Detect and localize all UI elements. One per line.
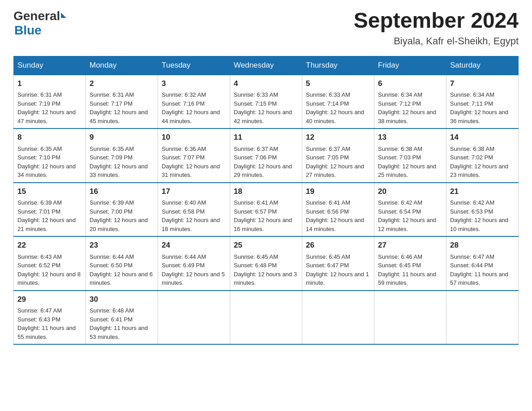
day-number: 26 — [306, 240, 370, 251]
calendar-week-3: 15Sunrise: 6:39 AMSunset: 7:01 PMDayligh… — [14, 183, 519, 237]
day-number: 9 — [90, 132, 154, 143]
day-number: 29 — [17, 294, 82, 305]
calendar-header-row: SundayMondayTuesdayWednesdayThursdayFrid… — [14, 56, 519, 75]
calendar-cell: 26Sunrise: 6:45 AMSunset: 6:47 PMDayligh… — [302, 236, 374, 291]
day-number: 15 — [17, 186, 82, 197]
calendar-cell: 30Sunrise: 6:48 AMSunset: 6:41 PMDayligh… — [86, 291, 158, 345]
calendar-cell: 9Sunrise: 6:35 AMSunset: 7:09 PMDaylight… — [86, 128, 158, 183]
calendar-cell — [446, 291, 519, 345]
calendar-cell — [158, 291, 230, 345]
day-number: 17 — [162, 186, 226, 197]
calendar-cell: 5Sunrise: 6:33 AMSunset: 7:14 PMDaylight… — [302, 75, 374, 129]
day-info: Sunrise: 6:32 AMSunset: 7:16 PMDaylight:… — [162, 91, 220, 124]
day-info: Sunrise: 6:38 AMSunset: 7:02 PMDaylight:… — [450, 146, 508, 179]
header-friday: Friday — [374, 56, 446, 75]
calendar-cell: 10Sunrise: 6:36 AMSunset: 7:07 PMDayligh… — [158, 128, 230, 183]
calendar-cell: 19Sunrise: 6:41 AMSunset: 6:56 PMDayligh… — [302, 183, 374, 237]
calendar-cell: 12Sunrise: 6:37 AMSunset: 7:05 PMDayligh… — [302, 128, 374, 183]
day-number: 6 — [378, 78, 442, 90]
calendar-cell — [302, 291, 374, 345]
calendar-week-2: 8Sunrise: 6:35 AMSunset: 7:10 PMDaylight… — [14, 128, 519, 183]
header-thursday: Thursday — [302, 56, 374, 75]
calendar-cell: 17Sunrise: 6:40 AMSunset: 6:58 PMDayligh… — [158, 183, 230, 237]
page-title: September 2024 — [354, 9, 519, 33]
day-number: 3 — [162, 78, 226, 90]
calendar-cell: 24Sunrise: 6:44 AMSunset: 6:49 PMDayligh… — [158, 236, 230, 291]
day-info: Sunrise: 6:38 AMSunset: 7:03 PMDaylight:… — [378, 146, 436, 179]
day-info: Sunrise: 6:42 AMSunset: 6:54 PMDaylight:… — [378, 199, 436, 232]
calendar-cell: 29Sunrise: 6:47 AMSunset: 6:43 PMDayligh… — [14, 291, 86, 345]
header-sunday: Sunday — [14, 56, 86, 75]
day-info: Sunrise: 6:48 AMSunset: 6:41 PMDaylight:… — [90, 307, 148, 340]
calendar-cell — [374, 291, 446, 345]
logo: General Blue — [13, 9, 66, 38]
calendar-cell: 28Sunrise: 6:47 AMSunset: 6:44 PMDayligh… — [446, 236, 519, 291]
day-number: 14 — [450, 132, 515, 143]
day-info: Sunrise: 6:34 AMSunset: 7:11 PMDaylight:… — [450, 91, 508, 124]
day-info: Sunrise: 6:45 AMSunset: 6:47 PMDaylight:… — [306, 253, 369, 287]
day-info: Sunrise: 6:47 AMSunset: 6:44 PMDaylight:… — [450, 253, 508, 287]
calendar-cell: 7Sunrise: 6:34 AMSunset: 7:11 PMDaylight… — [446, 75, 519, 129]
calendar-cell: 1Sunrise: 6:31 AMSunset: 7:19 PMDaylight… — [14, 75, 86, 129]
day-number: 10 — [162, 132, 226, 143]
day-number: 28 — [450, 240, 515, 251]
logo-general: General — [13, 9, 60, 23]
calendar-cell: 8Sunrise: 6:35 AMSunset: 7:10 PMDaylight… — [14, 128, 86, 183]
header-wednesday: Wednesday — [230, 56, 302, 75]
calendar-cell: 16Sunrise: 6:39 AMSunset: 7:00 PMDayligh… — [86, 183, 158, 237]
calendar-week-4: 22Sunrise: 6:43 AMSunset: 6:52 PMDayligh… — [14, 236, 519, 291]
day-info: Sunrise: 6:33 AMSunset: 7:15 PMDaylight:… — [234, 91, 292, 124]
calendar-cell: 20Sunrise: 6:42 AMSunset: 6:54 PMDayligh… — [374, 183, 446, 237]
day-number: 27 — [378, 240, 442, 251]
calendar-cell: 3Sunrise: 6:32 AMSunset: 7:16 PMDaylight… — [158, 75, 230, 129]
day-number: 7 — [450, 78, 515, 90]
calendar-cell: 2Sunrise: 6:31 AMSunset: 7:17 PMDaylight… — [86, 75, 158, 129]
header-monday: Monday — [86, 56, 158, 75]
day-info: Sunrise: 6:43 AMSunset: 6:52 PMDaylight:… — [17, 253, 81, 287]
calendar-cell: 11Sunrise: 6:37 AMSunset: 7:06 PMDayligh… — [230, 128, 302, 183]
day-number: 22 — [17, 240, 82, 251]
day-info: Sunrise: 6:35 AMSunset: 7:09 PMDaylight:… — [90, 146, 148, 179]
header-tuesday: Tuesday — [158, 56, 230, 75]
calendar-cell — [230, 291, 302, 345]
day-number: 23 — [90, 240, 154, 251]
day-info: Sunrise: 6:35 AMSunset: 7:10 PMDaylight:… — [17, 146, 76, 179]
day-info: Sunrise: 6:41 AMSunset: 6:56 PMDaylight:… — [306, 199, 364, 232]
day-info: Sunrise: 6:47 AMSunset: 6:43 PMDaylight:… — [17, 307, 76, 340]
day-info: Sunrise: 6:39 AMSunset: 7:00 PMDaylight:… — [90, 199, 148, 232]
day-number: 12 — [306, 132, 370, 143]
day-info: Sunrise: 6:37 AMSunset: 7:06 PMDaylight:… — [234, 146, 292, 179]
day-info: Sunrise: 6:45 AMSunset: 6:48 PMDaylight:… — [234, 253, 297, 287]
day-info: Sunrise: 6:39 AMSunset: 7:01 PMDaylight:… — [17, 199, 76, 232]
day-info: Sunrise: 6:40 AMSunset: 6:58 PMDaylight:… — [162, 199, 220, 232]
day-number: 19 — [306, 186, 370, 197]
day-number: 1 — [17, 78, 82, 90]
day-number: 11 — [234, 132, 298, 143]
calendar-cell: 22Sunrise: 6:43 AMSunset: 6:52 PMDayligh… — [14, 236, 86, 291]
day-info: Sunrise: 6:33 AMSunset: 7:14 PMDaylight:… — [306, 91, 364, 124]
day-info: Sunrise: 6:34 AMSunset: 7:12 PMDaylight:… — [378, 91, 436, 124]
page-header: General Blue September 2024 Biyala, Kafr… — [13, 9, 519, 47]
logo-blue: Blue — [14, 23, 42, 37]
day-number: 4 — [234, 78, 298, 90]
calendar-cell: 15Sunrise: 6:39 AMSunset: 7:01 PMDayligh… — [14, 183, 86, 237]
day-number: 2 — [90, 78, 154, 90]
day-number: 5 — [306, 78, 370, 90]
day-info: Sunrise: 6:31 AMSunset: 7:17 PMDaylight:… — [90, 91, 148, 124]
day-info: Sunrise: 6:31 AMSunset: 7:19 PMDaylight:… — [17, 91, 76, 124]
calendar-cell: 23Sunrise: 6:44 AMSunset: 6:50 PMDayligh… — [86, 236, 158, 291]
day-info: Sunrise: 6:41 AMSunset: 6:57 PMDaylight:… — [234, 199, 292, 232]
day-number: 18 — [234, 186, 298, 197]
calendar-cell: 18Sunrise: 6:41 AMSunset: 6:57 PMDayligh… — [230, 183, 302, 237]
calendar-cell: 21Sunrise: 6:42 AMSunset: 6:53 PMDayligh… — [446, 183, 519, 237]
day-info: Sunrise: 6:37 AMSunset: 7:05 PMDaylight:… — [306, 146, 364, 179]
calendar-cell: 25Sunrise: 6:45 AMSunset: 6:48 PMDayligh… — [230, 236, 302, 291]
page-subtitle: Biyala, Kafr el-Sheikh, Egypt — [354, 35, 519, 47]
day-info: Sunrise: 6:42 AMSunset: 6:53 PMDaylight:… — [450, 199, 508, 232]
day-info: Sunrise: 6:46 AMSunset: 6:45 PMDaylight:… — [378, 253, 436, 287]
day-number: 16 — [90, 186, 154, 197]
calendar-cell: 6Sunrise: 6:34 AMSunset: 7:12 PMDaylight… — [374, 75, 446, 129]
header-saturday: Saturday — [446, 56, 519, 75]
calendar-week-5: 29Sunrise: 6:47 AMSunset: 6:43 PMDayligh… — [14, 291, 519, 345]
calendar-cell: 27Sunrise: 6:46 AMSunset: 6:45 PMDayligh… — [374, 236, 446, 291]
